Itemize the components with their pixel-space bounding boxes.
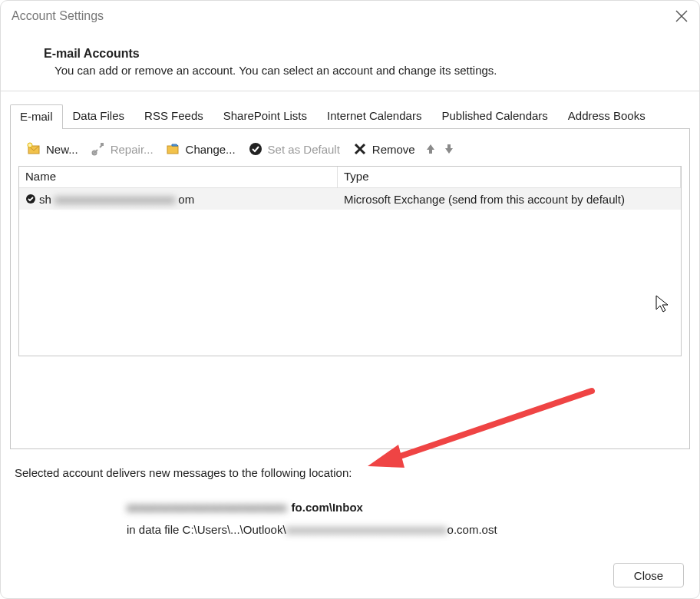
- svg-rect-4: [101, 143, 104, 146]
- svg-point-7: [249, 143, 262, 155]
- column-type[interactable]: Type: [338, 167, 681, 187]
- tabstrip: E-mail Data Files RSS Feeds SharePoint L…: [1, 91, 699, 128]
- remove-button-label: Remove: [372, 143, 415, 156]
- change-button[interactable]: Change...: [163, 140, 239, 158]
- move-up-icon[interactable]: [424, 143, 437, 155]
- set-default-button-label: Set as Default: [268, 143, 340, 156]
- change-button-label: Change...: [186, 143, 236, 156]
- footer: Close: [613, 563, 684, 587]
- toolbar: New... Repair... Change... Set as Defaul…: [18, 140, 682, 166]
- set-default-button[interactable]: Set as Default: [245, 140, 343, 158]
- tab-rss-feeds[interactable]: RSS Feeds: [134, 104, 213, 128]
- delivery-path-redacted: xxxxxxxxxxxxxxxxxxxxxxxxxxxx: [286, 523, 447, 536]
- tab-email[interactable]: E-mail: [10, 104, 63, 129]
- email-panel: New... Repair... Change... Set as Defaul…: [10, 128, 690, 449]
- account-name-redacted: xxxxxxxxxxxxxxxxxxxxx: [54, 193, 176, 206]
- repair-button[interactable]: Repair...: [88, 140, 157, 158]
- accounts-table: Name Type sh xxxxxxxxxxxxxxxxxxxxx om Mi…: [18, 166, 682, 356]
- tab-data-files[interactable]: Data Files: [63, 104, 135, 128]
- repair-button-label: Repair...: [111, 143, 154, 156]
- delivery-location: xxxxxxxxxxxxxxxxxxxxxxxxx fo.com\Inbox: [15, 501, 685, 514]
- change-folder-icon: [166, 141, 181, 157]
- cell-account-type: Microsoft Exchange (send from this accou…: [338, 190, 681, 208]
- repair-tools-icon: [91, 141, 106, 157]
- default-account-icon: [25, 194, 36, 204]
- remove-button[interactable]: Remove: [349, 140, 418, 158]
- tab-internet-calendars[interactable]: Internet Calendars: [317, 104, 431, 128]
- delivery-path-prefix: in data file C:\Users\...\Outlook\: [127, 523, 286, 536]
- account-name-prefix: sh: [39, 193, 51, 206]
- delivery-intro: Selected account delivers new messages t…: [15, 466, 685, 479]
- move-down-icon[interactable]: [443, 143, 455, 155]
- delivery-path-suffix: o.com.ost: [447, 523, 497, 536]
- table-row[interactable]: sh xxxxxxxxxxxxxxxxxxxxx om Microsoft Ex…: [19, 188, 681, 210]
- table-header: Name Type: [19, 167, 681, 188]
- tab-address-books[interactable]: Address Books: [558, 104, 655, 128]
- account-name-suffix: om: [178, 193, 194, 206]
- new-mail-icon: [26, 141, 41, 157]
- cell-account-name: sh xxxxxxxxxxxxxxxxxxxxx om: [19, 190, 338, 208]
- column-name[interactable]: Name: [19, 167, 338, 187]
- delivery-location-suffix: fo.com\Inbox: [292, 501, 363, 514]
- tab-sharepoint-lists[interactable]: SharePoint Lists: [213, 104, 317, 128]
- svg-rect-6: [167, 146, 178, 154]
- delivery-path: in data file C:\Users\...\Outlook\xxxxxx…: [15, 514, 685, 536]
- header-subtitle: You can add or remove an account. You ca…: [44, 64, 693, 77]
- new-button-label: New...: [46, 143, 78, 156]
- close-button[interactable]: Close: [613, 563, 684, 587]
- close-icon[interactable]: [675, 9, 688, 23]
- svg-point-3: [28, 143, 32, 147]
- header: E-mail Accounts You can add or remove an…: [1, 28, 699, 91]
- tab-published-calendars[interactable]: Published Calendars: [431, 104, 557, 128]
- titlebar: Account Settings: [1, 1, 699, 28]
- delivery-section: Selected account delivers new messages t…: [1, 449, 699, 536]
- checkmark-circle-icon: [248, 141, 263, 157]
- remove-x-icon: [352, 141, 368, 157]
- delivery-location-redacted: xxxxxxxxxxxxxxxxxxxxxxxxx: [127, 501, 287, 514]
- new-button[interactable]: New...: [23, 140, 81, 158]
- window-title: Account Settings: [12, 9, 104, 23]
- account-settings-window: Account Settings E-mail Accounts You can…: [0, 0, 700, 599]
- header-title: E-mail Accounts: [44, 47, 693, 61]
